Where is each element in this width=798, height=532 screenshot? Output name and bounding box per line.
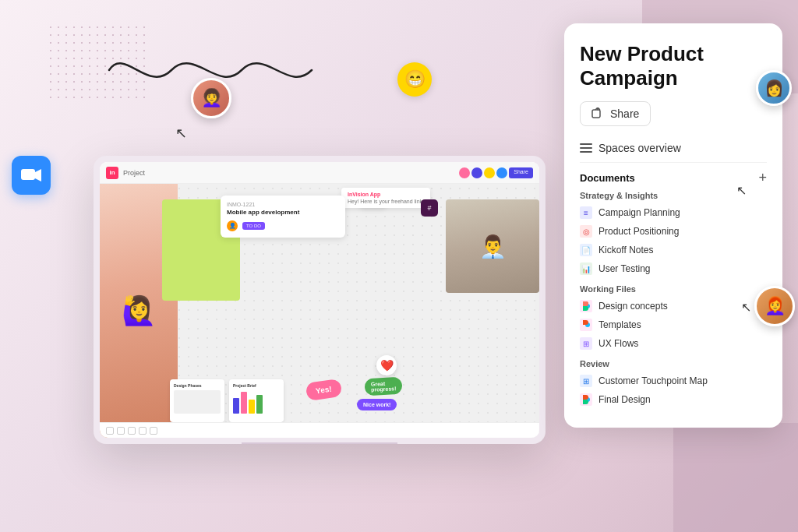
cursor-panel-1: ↖: [736, 183, 747, 198]
doc-label-touchpoint-map: Customer Touchpoint Map: [598, 375, 708, 386]
nicework-bubble: Nice work!: [357, 399, 397, 410]
svg-marker-1: [35, 169, 41, 181]
doc-label-kickoff-notes: Kickoff Notes: [598, 245, 653, 255]
panel-card: New ProductCampaign Share Spaces overvie…: [564, 23, 782, 428]
doc-icon-sheet: 📊: [580, 262, 592, 275]
design-card: Design Phases: [170, 379, 224, 422]
laptop: in Project Share 🙋‍♀️: [47, 109, 577, 467]
great-bubble: Greatprogress!: [364, 377, 402, 396]
doc-icon-doc: 📄: [580, 244, 592, 256]
svg-rect-2: [592, 110, 600, 118]
add-document-button[interactable]: +: [758, 171, 767, 185]
doc-item-design-concepts[interactable]: Design concepts: [580, 297, 767, 315]
svg-rect-0: [21, 169, 35, 180]
doc-icon-figma-1: [580, 300, 592, 312]
todo-badge: TO DO: [242, 222, 265, 230]
doc-label-user-testing: User Testing: [598, 263, 650, 274]
avatar-floating-1: 👩‍🦱: [191, 78, 231, 118]
design-card-title: Design Phases: [174, 383, 221, 388]
task-card: INMO-1221 Mobile app development 👤 TO DO: [221, 196, 345, 238]
toolbar-icon-1: [106, 427, 114, 435]
doc-item-kickoff-notes[interactable]: 📄 Kickoff Notes: [580, 241, 767, 259]
share-label: Share: [610, 107, 639, 120]
toolbar-icon-3: [128, 427, 136, 435]
doc-item-product-positioning[interactable]: ◎ Product Positioning: [580, 222, 767, 241]
toolbar-icon-4: [139, 427, 147, 435]
zoom-icon: [12, 156, 51, 195]
panel-avatar-user2: 👩‍🦰: [754, 286, 795, 326]
app-logo: in: [106, 167, 118, 179]
review-subsection-title: Review: [580, 359, 767, 368]
hamburger-line-2: [580, 147, 592, 149]
hamburger-line-3: [580, 151, 592, 153]
doc-label-campaign-planning: Campaign Planning: [598, 207, 680, 218]
laptop-screen: in Project Share 🙋‍♀️: [100, 162, 539, 438]
doc-icon-target: ◎: [580, 225, 592, 238]
hamburger-line-1: [580, 143, 592, 145]
panel-title: New ProductCampaign: [580, 42, 767, 90]
emoji-face: 😁: [404, 69, 425, 90]
doc-label-final-design: Final Design: [598, 394, 651, 405]
doc-item-final-design[interactable]: Final Design: [580, 390, 767, 409]
share-btn-mini[interactable]: Share: [509, 167, 533, 178]
toolbar-icon-5: [150, 427, 157, 435]
invision-note: InVision App Hey! Here is your freehand …: [341, 188, 430, 208]
doc-label-ux-flows: UX Flows: [598, 338, 638, 349]
doc-item-user-testing[interactable]: 📊 User Testing: [580, 259, 767, 278]
screen-photo-right: 👨‍💼: [446, 199, 539, 293]
working-files-subsection-title: Working Files: [580, 284, 767, 294]
emoji-balloon: 😁: [397, 62, 432, 97]
heart-bubble: ❤️: [376, 355, 397, 375]
doc-icon-map: ⊞: [580, 375, 592, 387]
panel-avatar-user1: 👩: [756, 70, 792, 106]
doc-icon-list: ≡: [580, 206, 592, 219]
topbar-avatars: Share: [459, 167, 533, 178]
doc-item-templates[interactable]: Templates: [580, 315, 767, 334]
doc-item-ux-flows[interactable]: ⊞ UX Flows: [580, 334, 767, 353]
doc-label-product-positioning: Product Positioning: [598, 226, 679, 237]
doc-icon-ux: ⊞: [580, 337, 592, 350]
doc-icon-figma-2: [580, 319, 592, 331]
invision-note-title: InVision App: [348, 192, 424, 197]
hamburger-icon: [580, 143, 592, 153]
slack-icon: #: [421, 199, 438, 217]
doc-label-design-concepts: Design concepts: [598, 301, 668, 312]
spaces-overview-label: Spaces overview: [598, 142, 681, 154]
project-label: Project: [123, 169, 145, 177]
doc-item-campaign-planning[interactable]: ≡ Campaign Planning: [580, 203, 767, 222]
doc-icon-final: [580, 393, 592, 406]
invision-note-text: Hey! Here is your freehand link:: [348, 199, 424, 204]
screen-toolbar: [100, 422, 539, 438]
bottom-cards: Design Phases Project Brief: [170, 379, 284, 422]
task-title: Mobile app development: [227, 209, 339, 216]
doc-item-touchpoint-map[interactable]: ⊞ Customer Touchpoint Map: [580, 372, 767, 390]
brief-card: Project Brief: [229, 379, 284, 422]
corner-decoration-br: [673, 423, 798, 532]
task-id: INMO-1221: [227, 202, 339, 207]
share-icon: [591, 107, 604, 120]
share-button[interactable]: Share: [580, 101, 651, 126]
documents-title: Documents: [580, 172, 635, 184]
chart-bars: [233, 390, 280, 414]
toolbar-icon-2: [117, 427, 125, 435]
person-photo-right: 👨‍💼: [446, 199, 539, 293]
screen-content: in Project Share 🙋‍♀️: [100, 162, 539, 438]
canvas-area: 🙋‍♀️ 👍 2 InVision App Hey! Here is your …: [100, 184, 539, 438]
app-topbar: in Project Share: [100, 162, 539, 184]
cursor-arrow: ↖: [175, 125, 187, 142]
brief-card-title: Project Brief: [233, 383, 280, 388]
cursor-panel-2: ↖: [741, 300, 751, 315]
laptop-base: [242, 442, 397, 444]
doc-label-templates: Templates: [598, 319, 641, 330]
laptop-body: in Project Share 🙋‍♀️: [94, 156, 546, 444]
spaces-row[interactable]: Spaces overview: [580, 137, 767, 163]
